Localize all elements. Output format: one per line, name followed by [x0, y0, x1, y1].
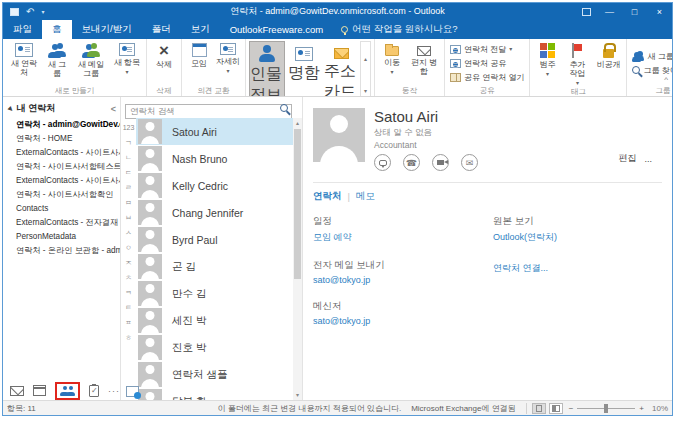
- index-letter[interactable]: ㅊ: [121, 270, 136, 285]
- tell-me-box[interactable]: 어떤 작업을 원하시나요?: [333, 20, 466, 39]
- outlook-contact-source-link[interactable]: Outlook(연락처): [493, 231, 662, 244]
- folder-item[interactable]: 연락처 - 사이트사서함확인: [3, 188, 120, 202]
- zoom-out-icon[interactable]: −: [569, 404, 574, 413]
- zoom-slider-thumb[interactable]: [604, 404, 608, 413]
- new-group-button[interactable]: 새 그룹: [43, 41, 71, 85]
- contact-row[interactable]: 만수 김: [136, 280, 293, 307]
- send-receive-icon[interactable]: [10, 8, 19, 16]
- index-letter[interactable]: ㅈ: [121, 255, 136, 270]
- private-button[interactable]: 비공개: [593, 41, 623, 86]
- index-letter[interactable]: ㅅ: [121, 225, 136, 240]
- contact-row[interactable]: 달봉 황: [136, 388, 293, 400]
- calendar-nav-icon[interactable]: [33, 385, 46, 396]
- contact-list-scrollbar[interactable]: ▴ ▾: [293, 118, 302, 400]
- contact-search-input[interactable]: [125, 104, 292, 119]
- ribbon-display-options-icon[interactable]: [575, 3, 597, 20]
- tab-addin[interactable]: OutlookFreeware.com: [220, 20, 333, 39]
- contact-row[interactable]: Kelly Cedric: [136, 172, 293, 199]
- scrollbar-thumb[interactable]: [294, 129, 301, 279]
- reading-view-button[interactable]: [549, 403, 563, 414]
- forward-contact-button[interactable]: 연락처 전달 ▾: [448, 43, 526, 56]
- contact-row[interactable]: 진호 박: [136, 334, 293, 361]
- more-communicate-button[interactable]: 자세히 ▾: [214, 41, 242, 85]
- index-letter[interactable]: ㅂ: [121, 210, 136, 225]
- folder-item[interactable]: 연락처 - admin@GowitDev.onmic...: [3, 118, 120, 132]
- chat-icon[interactable]: [374, 154, 391, 171]
- folder-item[interactable]: ExternalContacts - 전자결재: [3, 216, 120, 230]
- tab-notes[interactable]: 메모: [356, 190, 375, 203]
- tab-home[interactable]: 홈: [42, 20, 72, 39]
- video-icon[interactable]: [432, 154, 449, 171]
- new-group-ribbon-button[interactable]: 새 그룹: [630, 50, 672, 63]
- tab-contact-detail[interactable]: 연락처: [313, 190, 342, 203]
- tab-send-receive[interactable]: 보내기/받기: [72, 20, 142, 39]
- new-mail-group-button[interactable]: 새 메일 그룹: [72, 41, 110, 85]
- maximize-button[interactable]: □: [622, 3, 647, 20]
- follow-up-button[interactable]: 추가 작업 ▾: [562, 41, 592, 86]
- minimize-button[interactable]: —: [597, 3, 622, 20]
- zoom-level[interactable]: 10%: [648, 404, 668, 413]
- categorize-button[interactable]: 범주 ▾: [533, 41, 561, 86]
- more-nav-icon[interactable]: ···: [108, 386, 120, 396]
- collapse-ribbon-icon[interactable]: ^: [664, 75, 668, 84]
- more-options-icon[interactable]: ...: [644, 154, 652, 164]
- folder-item[interactable]: Contacts: [3, 202, 120, 216]
- contact-row[interactable]: Nash Bruno: [136, 145, 293, 172]
- index-letter[interactable]: ㅎ: [121, 330, 136, 345]
- tab-view[interactable]: 보기: [181, 20, 220, 39]
- close-button[interactable]: ×: [647, 3, 672, 20]
- contact-row[interactable]: Chang Jennifer: [136, 199, 293, 226]
- view-business-card-button[interactable]: 명함: [286, 41, 322, 97]
- delete-button[interactable]: × 삭제: [150, 41, 178, 85]
- open-shared-contacts-button[interactable]: 공유 연락처 열기: [448, 71, 526, 84]
- phone-icon[interactable]: ☎: [403, 154, 420, 171]
- zoom-slider[interactable]: [577, 408, 635, 409]
- mail-merge-button[interactable]: 편지 병합: [407, 41, 441, 85]
- index-letter[interactable]: ㄷ: [121, 165, 136, 180]
- gallery-scroll-up-icon[interactable]: ▴: [361, 42, 370, 74]
- folder-item[interactable]: ExternalContacts - 사이트사서함...: [3, 146, 120, 160]
- email-icon[interactable]: ✉: [461, 154, 478, 171]
- folder-item[interactable]: ExternalContacts - 사이트사서함...: [3, 174, 120, 188]
- zoom-in-icon[interactable]: +: [639, 404, 644, 413]
- tab-file[interactable]: 파일: [3, 20, 42, 39]
- scroll-down-icon[interactable]: ▾: [296, 390, 299, 400]
- people-nav-icon[interactable]: [60, 386, 75, 396]
- new-contact-button[interactable]: 새 연락처: [6, 41, 42, 85]
- collapse-pane-icon[interactable]: <: [111, 104, 116, 114]
- index-letter[interactable]: ㅇ: [121, 240, 136, 255]
- undo-icon[interactable]: ↶: [26, 6, 34, 17]
- tab-folder[interactable]: 폴더: [142, 20, 181, 39]
- view-address-card-button[interactable]: 주소 카드: [323, 41, 359, 97]
- mail-nav-icon[interactable]: [10, 386, 24, 396]
- folder-item[interactable]: 연락처 - 사이트사서함테스트: [3, 160, 120, 174]
- index-letter[interactable]: 123: [121, 120, 136, 135]
- contact-row[interactable]: 연락처 샘플: [136, 361, 293, 388]
- new-items-button[interactable]: 새 항목 ▾: [111, 41, 143, 85]
- tasks-nav-icon[interactable]: [89, 385, 99, 397]
- folder-item[interactable]: PersonMetadata: [3, 230, 120, 244]
- email-address-link[interactable]: sato@tokyo.jp: [313, 275, 493, 285]
- normal-view-button[interactable]: [532, 403, 546, 414]
- index-letter[interactable]: ㅌ: [121, 300, 136, 315]
- schedule-meeting-link[interactable]: 모임 예약: [313, 231, 493, 244]
- contact-row[interactable]: Byrd Paul: [136, 226, 293, 253]
- scroll-up-icon[interactable]: ▴: [296, 118, 299, 128]
- gallery-scroll-down-icon[interactable]: ▾: [361, 74, 370, 97]
- edit-contact-link[interactable]: 편집: [618, 152, 636, 165]
- contact-row[interactable]: 곤 김: [136, 253, 293, 280]
- index-letter[interactable]: ㄱ: [121, 135, 136, 150]
- contact-row[interactable]: 세진 박: [136, 307, 293, 334]
- folder-item[interactable]: 연락처 - 온라인 보관함 - admin@...: [3, 244, 120, 258]
- folder-item[interactable]: 연락처 - HOME: [3, 132, 120, 146]
- link-contacts-link[interactable]: 연락처 연결...: [493, 262, 662, 275]
- index-letter[interactable]: ㄹ: [121, 180, 136, 195]
- index-letter[interactable]: ㅋ: [121, 285, 136, 300]
- index-letter[interactable]: ㅁ: [121, 195, 136, 210]
- meeting-button[interactable]: 모임: [185, 41, 213, 85]
- my-contacts-header[interactable]: ▶ 내 연락처 <: [3, 102, 120, 118]
- search-icon[interactable]: [280, 104, 288, 112]
- share-contacts-button[interactable]: 연락처 공유: [448, 57, 526, 70]
- contact-row[interactable]: Satou Airi: [136, 118, 293, 145]
- index-letter[interactable]: ㅍ: [121, 315, 136, 330]
